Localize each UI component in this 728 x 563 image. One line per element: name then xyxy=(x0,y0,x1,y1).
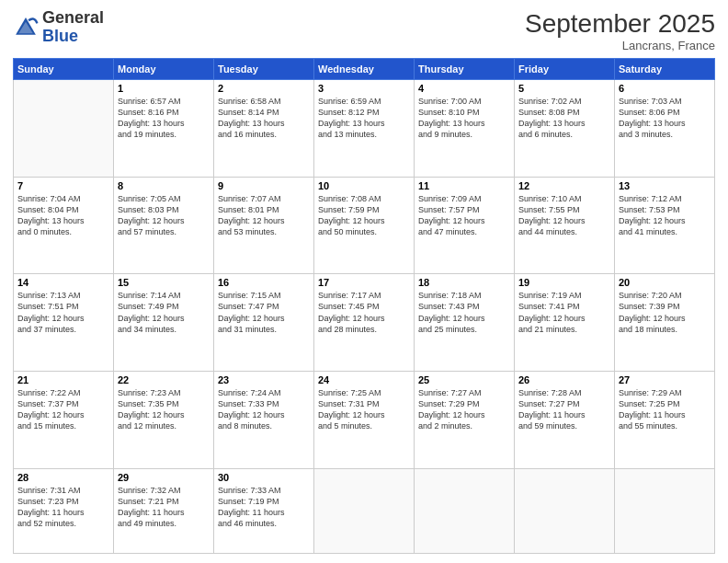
calendar-cell: 19Sunrise: 7:19 AMSunset: 7:41 PMDayligh… xyxy=(515,274,615,372)
day-number: 16 xyxy=(218,277,310,288)
day-info: Sunrise: 6:59 AMSunset: 8:12 PMDaylight:… xyxy=(318,96,410,141)
logo-icon xyxy=(13,15,39,40)
day-info: Sunrise: 7:09 AMSunset: 7:57 PMDaylight:… xyxy=(418,193,510,238)
day-number: 22 xyxy=(118,374,210,385)
calendar-cell: 7Sunrise: 7:04 AMSunset: 8:04 PMDaylight… xyxy=(14,177,114,274)
day-info: Sunrise: 7:22 AMSunset: 7:37 PMDaylight:… xyxy=(17,387,109,432)
calendar-cell xyxy=(415,468,515,553)
day-number: 26 xyxy=(518,374,610,385)
calendar-cell: 10Sunrise: 7:08 AMSunset: 7:59 PMDayligh… xyxy=(314,177,415,274)
day-number: 3 xyxy=(318,83,410,94)
calendar-cell: 23Sunrise: 7:24 AMSunset: 7:33 PMDayligh… xyxy=(214,371,314,468)
day-number: 21 xyxy=(17,374,109,385)
day-number: 18 xyxy=(418,277,510,288)
day-number: 27 xyxy=(619,374,711,385)
day-number: 15 xyxy=(118,277,210,288)
day-number: 17 xyxy=(318,277,410,288)
day-info: Sunrise: 7:20 AMSunset: 7:39 PMDaylight:… xyxy=(619,290,711,335)
day-info: Sunrise: 7:24 AMSunset: 7:33 PMDaylight:… xyxy=(218,387,310,432)
day-info: Sunrise: 7:29 AMSunset: 7:25 PMDaylight:… xyxy=(619,387,711,432)
calendar-cell: 21Sunrise: 7:22 AMSunset: 7:37 PMDayligh… xyxy=(14,371,114,468)
column-header-friday: Friday xyxy=(515,59,615,80)
day-number: 5 xyxy=(518,83,610,94)
day-info: Sunrise: 7:02 AMSunset: 8:08 PMDaylight:… xyxy=(518,96,610,141)
calendar-cell: 14Sunrise: 7:13 AMSunset: 7:51 PMDayligh… xyxy=(14,274,114,372)
location: Lancrans, France xyxy=(525,39,715,52)
calendar-cell: 1Sunrise: 6:57 AMSunset: 8:16 PMDaylight… xyxy=(114,80,214,178)
day-number: 10 xyxy=(318,180,410,191)
day-info: Sunrise: 7:17 AMSunset: 7:45 PMDaylight:… xyxy=(318,290,410,335)
day-number: 14 xyxy=(17,277,109,288)
calendar-cell xyxy=(14,80,114,178)
page: General Blue September 2025 Lancrans, Fr… xyxy=(0,0,728,563)
day-info: Sunrise: 7:25 AMSunset: 7:31 PMDaylight:… xyxy=(318,387,410,432)
day-number: 30 xyxy=(218,472,310,483)
column-header-tuesday: Tuesday xyxy=(214,59,314,80)
day-info: Sunrise: 7:23 AMSunset: 7:35 PMDaylight:… xyxy=(118,387,210,432)
day-info: Sunrise: 7:28 AMSunset: 7:27 PMDaylight:… xyxy=(518,387,610,432)
calendar-cell: 26Sunrise: 7:28 AMSunset: 7:27 PMDayligh… xyxy=(515,371,615,468)
day-info: Sunrise: 7:03 AMSunset: 8:06 PMDaylight:… xyxy=(619,96,711,141)
calendar-cell: 20Sunrise: 7:20 AMSunset: 7:39 PMDayligh… xyxy=(615,274,715,372)
calendar-cell: 8Sunrise: 7:05 AMSunset: 8:03 PMDaylight… xyxy=(114,177,214,274)
header: General Blue September 2025 Lancrans, Fr… xyxy=(13,9,715,52)
calendar-cell: 18Sunrise: 7:18 AMSunset: 7:43 PMDayligh… xyxy=(415,274,515,372)
day-info: Sunrise: 6:58 AMSunset: 8:14 PMDaylight:… xyxy=(218,96,310,141)
day-number: 2 xyxy=(218,83,310,94)
day-number: 28 xyxy=(17,472,109,483)
column-header-monday: Monday xyxy=(114,59,214,80)
day-info: Sunrise: 7:33 AMSunset: 7:19 PMDaylight:… xyxy=(218,485,310,530)
day-number: 9 xyxy=(218,180,310,191)
day-info: Sunrise: 7:15 AMSunset: 7:47 PMDaylight:… xyxy=(218,290,310,335)
calendar-cell: 15Sunrise: 7:14 AMSunset: 7:49 PMDayligh… xyxy=(114,274,214,372)
day-number: 11 xyxy=(418,180,510,191)
day-info: Sunrise: 7:10 AMSunset: 7:55 PMDaylight:… xyxy=(518,193,610,238)
calendar-cell: 17Sunrise: 7:17 AMSunset: 7:45 PMDayligh… xyxy=(314,274,415,372)
calendar-cell: 12Sunrise: 7:10 AMSunset: 7:55 PMDayligh… xyxy=(515,177,615,274)
calendar-cell xyxy=(314,468,415,553)
day-number: 8 xyxy=(118,180,210,191)
logo: General Blue xyxy=(13,9,104,46)
calendar-cell: 16Sunrise: 7:15 AMSunset: 7:47 PMDayligh… xyxy=(214,274,314,372)
calendar-cell: 6Sunrise: 7:03 AMSunset: 8:06 PMDaylight… xyxy=(615,80,715,178)
day-info: Sunrise: 7:07 AMSunset: 8:01 PMDaylight:… xyxy=(218,193,310,238)
day-info: Sunrise: 7:00 AMSunset: 8:10 PMDaylight:… xyxy=(418,96,510,141)
calendar-cell: 3Sunrise: 6:59 AMSunset: 8:12 PMDaylight… xyxy=(314,80,415,178)
day-number: 6 xyxy=(619,83,711,94)
calendar-cell: 24Sunrise: 7:25 AMSunset: 7:31 PMDayligh… xyxy=(314,371,415,468)
day-number: 23 xyxy=(218,374,310,385)
calendar-cell xyxy=(615,468,715,553)
calendar-cell: 22Sunrise: 7:23 AMSunset: 7:35 PMDayligh… xyxy=(114,371,214,468)
column-header-thursday: Thursday xyxy=(415,59,515,80)
calendar-cell: 9Sunrise: 7:07 AMSunset: 8:01 PMDaylight… xyxy=(214,177,314,274)
day-number: 19 xyxy=(518,277,610,288)
day-number: 24 xyxy=(318,374,410,385)
day-number: 29 xyxy=(118,472,210,483)
calendar-cell: 5Sunrise: 7:02 AMSunset: 8:08 PMDaylight… xyxy=(515,80,615,178)
calendar-cell: 4Sunrise: 7:00 AMSunset: 8:10 PMDaylight… xyxy=(415,80,515,178)
day-info: Sunrise: 7:32 AMSunset: 7:21 PMDaylight:… xyxy=(118,485,210,530)
column-header-wednesday: Wednesday xyxy=(314,59,415,80)
day-header-row: SundayMondayTuesdayWednesdayThursdayFrid… xyxy=(14,59,715,80)
calendar-cell: 28Sunrise: 7:31 AMSunset: 7:23 PMDayligh… xyxy=(14,468,114,553)
calendar-cell: 29Sunrise: 7:32 AMSunset: 7:21 PMDayligh… xyxy=(114,468,214,553)
day-info: Sunrise: 6:57 AMSunset: 8:16 PMDaylight:… xyxy=(118,96,210,141)
day-info: Sunrise: 7:05 AMSunset: 8:03 PMDaylight:… xyxy=(118,193,210,238)
day-number: 12 xyxy=(518,180,610,191)
day-number: 4 xyxy=(418,83,510,94)
title-block: September 2025 Lancrans, France xyxy=(525,9,715,52)
calendar-cell: 25Sunrise: 7:27 AMSunset: 7:29 PMDayligh… xyxy=(415,371,515,468)
calendar-cell: 2Sunrise: 6:58 AMSunset: 8:14 PMDaylight… xyxy=(214,80,314,178)
logo-text: General Blue xyxy=(42,9,104,46)
calendar-table: SundayMondayTuesdayWednesdayThursdayFrid… xyxy=(13,58,715,554)
day-info: Sunrise: 7:12 AMSunset: 7:53 PMDaylight:… xyxy=(619,193,711,238)
day-info: Sunrise: 7:13 AMSunset: 7:51 PMDaylight:… xyxy=(17,290,109,335)
day-info: Sunrise: 7:19 AMSunset: 7:41 PMDaylight:… xyxy=(518,290,610,335)
calendar-cell: 27Sunrise: 7:29 AMSunset: 7:25 PMDayligh… xyxy=(615,371,715,468)
day-info: Sunrise: 7:08 AMSunset: 7:59 PMDaylight:… xyxy=(318,193,410,238)
calendar-cell: 13Sunrise: 7:12 AMSunset: 7:53 PMDayligh… xyxy=(615,177,715,274)
column-header-saturday: Saturday xyxy=(615,59,715,80)
calendar-cell: 30Sunrise: 7:33 AMSunset: 7:19 PMDayligh… xyxy=(214,468,314,553)
day-number: 7 xyxy=(17,180,109,191)
calendar-cell xyxy=(515,468,615,553)
